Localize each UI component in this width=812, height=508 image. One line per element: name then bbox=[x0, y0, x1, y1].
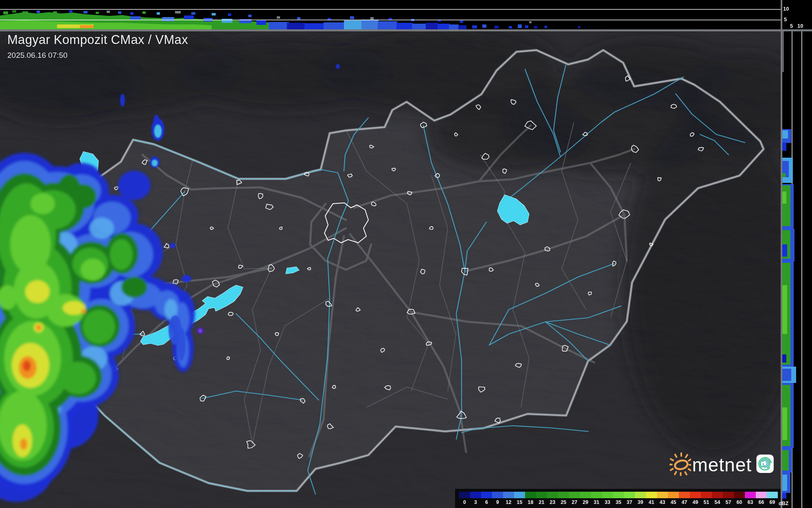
dbz-swatch bbox=[514, 492, 525, 498]
dbz-legend-cell: 33 bbox=[602, 492, 613, 505]
dbz-tick-label: 39 bbox=[638, 499, 643, 505]
dbz-legend-unit: dBZ bbox=[779, 501, 788, 506]
dbz-tick-label: 37 bbox=[627, 499, 633, 505]
dbz-legend-cell: 69 bbox=[767, 492, 778, 505]
right-strip-axis-label-10: 10 bbox=[797, 23, 803, 29]
dbz-legend-cell: 18 bbox=[525, 492, 536, 505]
radar-map-canvas[interactable] bbox=[0, 0, 812, 508]
dbz-swatch bbox=[767, 492, 778, 498]
sun-icon bbox=[670, 447, 691, 481]
top-strip-axis-label-5: 5 bbox=[784, 17, 787, 22]
dbz-legend-cell: 43 bbox=[657, 492, 668, 505]
dbz-swatch bbox=[657, 492, 668, 498]
dbz-swatch bbox=[701, 492, 712, 498]
dbz-legend-cell: 12 bbox=[503, 492, 514, 505]
dbz-legend-cell: 60 bbox=[734, 492, 745, 505]
dbz-swatch bbox=[602, 492, 613, 498]
dbz-swatch bbox=[646, 492, 657, 498]
dbz-swatch bbox=[558, 492, 569, 498]
dbz-legend-cell: 37 bbox=[624, 492, 635, 505]
dbz-tick-label: 41 bbox=[649, 499, 654, 505]
dbz-legend-cell: 21 bbox=[536, 492, 547, 505]
dbz-tick-label: 45 bbox=[671, 499, 676, 505]
dbz-swatch bbox=[712, 492, 723, 498]
dbz-swatch bbox=[734, 492, 745, 498]
dbz-swatch bbox=[745, 492, 756, 498]
dbz-legend-cell: 51 bbox=[701, 492, 712, 505]
dbz-tick-label: 51 bbox=[704, 499, 709, 505]
dbz-legend-cell: 49 bbox=[690, 492, 701, 505]
dbz-swatch bbox=[459, 492, 470, 498]
dbz-swatch bbox=[481, 492, 492, 498]
dbz-tick-label: 63 bbox=[748, 499, 753, 505]
hungary-map[interactable] bbox=[0, 16, 810, 508]
dbz-swatch bbox=[613, 492, 624, 498]
dbz-swatch bbox=[668, 492, 679, 498]
dbz-tick-label: 31 bbox=[594, 499, 600, 505]
dbz-legend-cell: 3 bbox=[470, 492, 481, 505]
dbz-swatch bbox=[756, 492, 767, 498]
title-block: Magyar Kompozit CMax / VMax 2025.06.16 0… bbox=[7, 33, 188, 60]
dbz-tick-label: 33 bbox=[605, 499, 611, 505]
dbz-swatch bbox=[525, 492, 536, 498]
dbz-tick-label: 27 bbox=[572, 499, 578, 505]
dbz-legend-cell: 66 bbox=[756, 492, 767, 505]
horizontal-frame-bar bbox=[0, 29, 812, 31]
dbz-legend-cell: 57 bbox=[723, 492, 734, 505]
dbz-tick-label: 3 bbox=[474, 499, 477, 505]
dbz-swatch bbox=[470, 492, 481, 498]
dbz-tick-label: 21 bbox=[539, 499, 545, 505]
dbz-tick-label: 54 bbox=[715, 499, 720, 505]
dbz-legend-cell: 35 bbox=[613, 492, 624, 505]
timestamp: 2025.06.16 07:50 bbox=[7, 51, 188, 60]
dbz-tick-label: 23 bbox=[550, 499, 556, 505]
radar-app-screen: { "header": { "title": "Magyar Kompozit … bbox=[0, 0, 812, 508]
dbz-tick-label: 43 bbox=[660, 499, 665, 505]
dbz-swatch bbox=[536, 492, 547, 498]
dbz-tick-label: 6 bbox=[485, 499, 488, 505]
dbz-tick-label: 60 bbox=[737, 499, 742, 505]
page-title: Magyar Kompozit CMax / VMax bbox=[7, 33, 188, 47]
dbz-legend-cell: 0 bbox=[459, 492, 470, 505]
dbz-legend-cell: 23 bbox=[547, 492, 558, 505]
dbz-legend-cell: 39 bbox=[635, 492, 646, 505]
metnet-attribution[interactable]: metnet bbox=[670, 447, 775, 481]
dbz-legend-cell: 45 bbox=[668, 492, 679, 505]
right-strip-axis-label-5: 5 bbox=[790, 23, 793, 29]
dbz-swatch bbox=[624, 492, 635, 498]
dbz-swatch bbox=[690, 492, 701, 498]
dbz-legend-cell: 9 bbox=[492, 492, 503, 505]
dbz-tick-label: 66 bbox=[759, 499, 764, 505]
dbz-swatch bbox=[723, 492, 734, 498]
dbz-tick-label: 25 bbox=[561, 499, 567, 505]
dbz-legend-cell: 54 bbox=[712, 492, 723, 505]
dbz-tick-label: 15 bbox=[517, 499, 523, 505]
dbz-tick-label: 69 bbox=[770, 499, 775, 505]
top-strip-axis-label-10: 10 bbox=[783, 6, 789, 11]
dbz-swatch bbox=[591, 492, 602, 498]
dbz-legend-cell: 27 bbox=[569, 492, 580, 505]
vertical-frame-bar bbox=[781, 0, 782, 508]
dbz-legend-cell: 31 bbox=[591, 492, 602, 505]
dbz-tick-label: 0 bbox=[463, 499, 466, 505]
logo-text: metnet bbox=[692, 454, 752, 476]
dbz-swatch bbox=[679, 492, 690, 498]
dbz-tick-label: 35 bbox=[616, 499, 622, 505]
dbz-legend-cell: 47 bbox=[679, 492, 690, 505]
dbz-swatch bbox=[547, 492, 558, 498]
dbz-tick-label: 29 bbox=[583, 499, 589, 505]
dbz-legend: 0369121518212325272931333537394143454749… bbox=[455, 489, 781, 508]
dbz-tick-label: 49 bbox=[693, 499, 698, 505]
dbz-tick-label: 18 bbox=[528, 499, 534, 505]
dbz-tick-label: 12 bbox=[506, 499, 512, 505]
dbz-legend-cell: 41 bbox=[646, 492, 657, 505]
dbz-legend-cells: 0369121518212325272931333537394143454749… bbox=[459, 492, 778, 505]
dbz-tick-label: 9 bbox=[496, 499, 499, 505]
dbz-swatch bbox=[635, 492, 646, 498]
metnet-app-icon bbox=[756, 449, 775, 479]
dbz-tick-label: 57 bbox=[726, 499, 731, 505]
dbz-legend-cell: 29 bbox=[580, 492, 591, 505]
top-profile-strip[interactable] bbox=[0, 0, 781, 29]
dbz-tick-label: 47 bbox=[682, 499, 687, 505]
dbz-legend-cell: 25 bbox=[558, 492, 569, 505]
